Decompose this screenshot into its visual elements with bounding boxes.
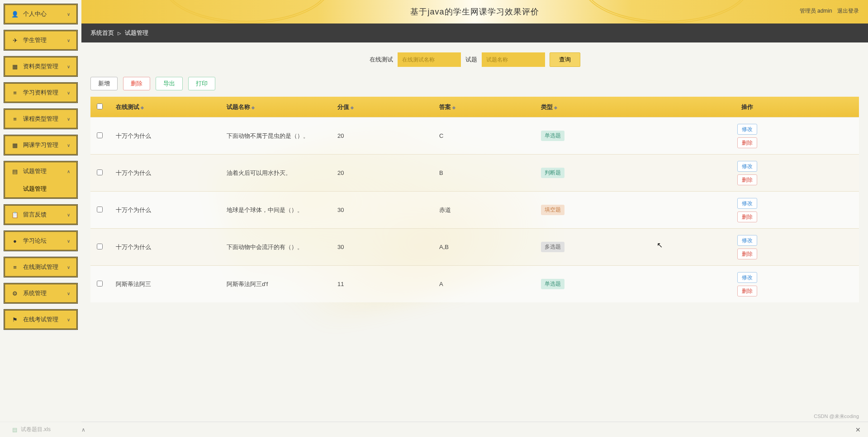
cell-score: 20	[330, 132, 432, 139]
table-row: 十万个为什么下面动物不属于昆虫的是（）。20C单选题修改删除	[90, 117, 859, 154]
sidebar-item-2[interactable]: ▦资料类型管理∨	[4, 56, 78, 77]
type-tag: 多选题	[541, 242, 564, 252]
header: 基于java的学生网课学习效果评价 管理员 admin 退出登录	[81, 0, 868, 23]
export-button[interactable]: 导出	[156, 77, 183, 90]
cell-answer: C	[432, 132, 534, 139]
nav-icon: ⚙	[11, 290, 19, 297]
chevron-icon: ∨	[67, 90, 70, 95]
nav-icon: ●	[11, 238, 19, 244]
chevron-icon: ∨	[67, 239, 70, 244]
row-checkbox[interactable]	[97, 244, 103, 249]
chevron-icon: ∧	[67, 169, 70, 174]
type-tag: 判断题	[541, 168, 564, 178]
cell-name: 下面动物中会流汗的有（）。	[219, 243, 330, 251]
type-tag: 填空题	[541, 205, 564, 215]
cell-type: 单选题	[534, 279, 636, 289]
cell-test: 十万个为什么	[109, 243, 219, 251]
sidebar-item-6[interactable]: ▤试题管理∧	[4, 161, 78, 180]
col-name[interactable]: 试题名称	[227, 103, 250, 110]
edit-button[interactable]: 修改	[737, 235, 757, 246]
sort-icon[interactable]: ◆	[141, 105, 144, 110]
row-checkbox[interactable]	[97, 281, 103, 287]
chevron-icon: ∨	[67, 265, 70, 270]
col-score[interactable]: 分值	[337, 103, 349, 110]
cell-type: 判断题	[534, 168, 636, 178]
sidebar-subitem[interactable]: 试题管理	[4, 180, 78, 199]
action-bar: 新增 删除 导出 打印	[81, 77, 868, 97]
chevron-icon: ∨	[67, 117, 70, 122]
table-row: 阿斯蒂法阿三阿斯蒂法阿三d'f11A单选题修改删除	[90, 265, 859, 302]
edit-button[interactable]: 修改	[737, 198, 757, 209]
user-role[interactable]: 管理员 admin	[800, 8, 832, 14]
delete-button[interactable]: 删除	[123, 77, 150, 90]
sidebar: 👤个人中心∨✈学生管理∨▦资料类型管理∨≡学习资料管理∨≡课程类型管理∨▦网课学…	[0, 0, 81, 437]
cell-score: 30	[330, 207, 432, 213]
sidebar-item-9[interactable]: ≡在线测试管理∨	[4, 257, 78, 277]
nav-icon: ≡	[11, 116, 19, 122]
cell-answer: A	[432, 281, 534, 287]
cell-name: 下面动物不属于昆虫的是（）。	[219, 132, 330, 140]
cell-score: 11	[330, 281, 432, 287]
page-title: 基于java的学生网课学习效果评价	[410, 6, 539, 17]
table-row: 十万个为什么下面动物中会流汗的有（）。30A,B多选题修改删除	[90, 228, 859, 265]
edit-button[interactable]: 修改	[737, 124, 757, 135]
nav-icon: 📋	[11, 211, 19, 218]
logout-link[interactable]: 退出登录	[837, 8, 859, 14]
chevron-icon: ∨	[67, 38, 70, 43]
add-button[interactable]: 新增	[90, 77, 118, 90]
row-delete-button[interactable]: 删除	[737, 211, 757, 222]
sort-icon[interactable]: ◆	[351, 105, 354, 110]
cell-type: 多选题	[534, 242, 636, 252]
nav-label: 个人中心	[23, 10, 67, 18]
query-button[interactable]: 查询	[550, 52, 580, 67]
row-checkbox[interactable]	[97, 169, 103, 175]
search-input-test[interactable]	[398, 52, 461, 67]
col-test[interactable]: 在线测试	[116, 103, 139, 110]
nav-icon: ✈	[11, 37, 19, 44]
sidebar-item-1[interactable]: ✈学生管理∨	[4, 30, 78, 51]
edit-button[interactable]: 修改	[737, 161, 757, 172]
nav-icon: ▤	[11, 168, 19, 175]
nav-icon: ⚑	[11, 316, 19, 323]
sort-icon[interactable]: ◆	[251, 105, 255, 110]
breadcrumb: 系统首页 ▷ 试题管理	[81, 23, 868, 42]
nav-icon: ≡	[11, 89, 19, 96]
row-delete-button[interactable]: 删除	[737, 286, 757, 296]
cell-test: 阿斯蒂法阿三	[109, 280, 219, 288]
row-checkbox[interactable]	[97, 207, 103, 212]
chevron-icon: ∨	[67, 143, 70, 148]
sort-icon[interactable]: ◆	[452, 105, 455, 110]
cell-type: 单选题	[534, 131, 636, 141]
chevron-icon: ∨	[67, 291, 70, 296]
row-delete-button[interactable]: 删除	[737, 249, 757, 259]
edit-button[interactable]: 修改	[737, 272, 757, 283]
sidebar-item-7[interactable]: 📋留言反馈∨	[4, 204, 78, 225]
sidebar-item-4[interactable]: ≡课程类型管理∨	[4, 108, 78, 129]
sidebar-item-8[interactable]: ●学习论坛∨	[4, 230, 78, 251]
col-type[interactable]: 类型	[541, 103, 553, 110]
sidebar-item-10[interactable]: ⚙系统管理∨	[4, 283, 78, 304]
cell-answer: B	[432, 169, 534, 176]
col-answer[interactable]: 答案	[439, 103, 451, 110]
nav-icon: 👤	[11, 11, 19, 18]
chevron-icon: ∨	[67, 64, 70, 69]
row-delete-button[interactable]: 删除	[737, 174, 757, 185]
chevron-icon: ∨	[67, 12, 70, 17]
chevron-right-icon: ▷	[118, 31, 121, 36]
sidebar-item-0[interactable]: 👤个人中心∨	[4, 4, 78, 24]
search-input-question[interactable]	[482, 52, 545, 67]
select-all-checkbox[interactable]	[97, 103, 103, 109]
row-delete-button[interactable]: 删除	[737, 137, 757, 148]
row-checkbox[interactable]	[97, 132, 103, 138]
cell-test: 十万个为什么	[109, 169, 219, 177]
breadcrumb-home[interactable]: 系统首页	[90, 29, 114, 37]
table-header: 在线测试◆ 试题名称◆ 分值◆ 答案◆ 类型◆ 操作	[90, 97, 859, 117]
sidebar-item-3[interactable]: ≡学习资料管理∨	[4, 82, 78, 103]
sidebar-item-5[interactable]: ▦网课学习管理∨	[4, 135, 78, 155]
sidebar-item-11[interactable]: ⚑在线考试管理∨	[4, 309, 78, 330]
print-button[interactable]: 打印	[188, 77, 215, 90]
data-table: 在线测试◆ 试题名称◆ 分值◆ 答案◆ 类型◆ 操作 十万个为什么下面动物不属于…	[90, 97, 859, 302]
col-operation: 操作	[741, 103, 753, 110]
nav-label: 系统管理	[23, 289, 67, 297]
sort-icon[interactable]: ◆	[554, 105, 557, 110]
